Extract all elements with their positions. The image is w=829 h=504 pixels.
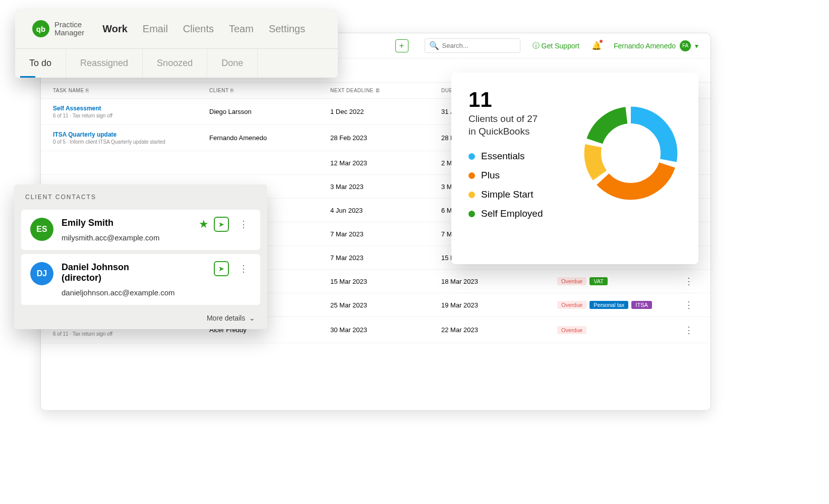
tag-itsa: ITSA: [631, 301, 652, 309]
row-menu[interactable]: ⋮: [679, 299, 698, 310]
contact-name: Daniel Johnson(director): [62, 262, 175, 283]
logo: qb PracticeManager: [32, 20, 84, 37]
avatar: ES: [30, 218, 53, 241]
cell-client: Diego Larsson: [209, 108, 330, 115]
nav-card: qb PracticeManager WorkEmailClientsTeamS…: [15, 9, 338, 78]
legend-dot: [468, 153, 475, 160]
contact-menu[interactable]: ⋮: [234, 219, 253, 230]
contact-item[interactable]: DJ Daniel Johnson(director) danieljohnso…: [21, 254, 260, 305]
legend-item: Self Employed: [468, 208, 570, 219]
legend-item: Plus: [468, 170, 570, 181]
search-input[interactable]: [442, 42, 516, 49]
contacts-title: CLIENT CONTACTS: [14, 184, 267, 206]
avatar: DJ: [30, 262, 53, 285]
cell-next: 25 Mar 2023: [330, 301, 441, 309]
cell-next: 12 Mar 2023: [330, 159, 441, 167]
cell-next: 28 Feb 2023: [330, 134, 441, 142]
send-icon[interactable]: ➤: [214, 217, 229, 232]
tab-done[interactable]: Done: [207, 49, 258, 78]
contacts-card: CLIENT CONTACTS ES Emily Smith milysmith…: [14, 184, 267, 329]
nav-team[interactable]: Team: [229, 23, 254, 35]
avatar: FA: [680, 40, 691, 51]
contact-name: Emily Smith: [62, 218, 159, 228]
cell-due: 19 Mar 2023: [441, 301, 557, 309]
contact-email: milysmith.acc@example.com: [62, 233, 159, 242]
legend-item: Essentials: [468, 151, 570, 162]
nav-settings[interactable]: Settings: [269, 23, 305, 35]
chart-number: 11: [468, 88, 570, 112]
donut-chart: [580, 103, 681, 204]
cell-next: 7 Mar 2023: [330, 254, 441, 262]
tag-overdue: Overdue: [557, 301, 586, 309]
cell-next: 3 Mar 2023: [330, 183, 441, 191]
search-icon: 🔍: [429, 41, 439, 50]
nav-email[interactable]: Email: [143, 23, 168, 35]
tab-snoozed[interactable]: Snoozed: [143, 49, 207, 78]
task-link[interactable]: Self Assessment: [53, 105, 209, 112]
cell-next: 4 Jun 2023: [330, 207, 441, 214]
tab-reassigned[interactable]: Reassigned: [66, 49, 143, 78]
search-wrap: 🔍: [425, 38, 520, 53]
th-client[interactable]: CLIENT ⎘: [209, 88, 330, 93]
th-next[interactable]: NEXT DEADLINE 🗓: [330, 88, 441, 93]
contact-item[interactable]: ES Emily Smith milysmith.acc@example.com…: [21, 210, 260, 250]
tab-to-do[interactable]: To do: [15, 49, 66, 78]
nav-clients[interactable]: Clients: [183, 23, 214, 35]
more-details[interactable]: More details ⌄: [14, 309, 267, 325]
nav-work[interactable]: Work: [102, 23, 128, 35]
cell-client: Fernando Amenedo: [209, 134, 330, 142]
cell-due: 18 Mar 2023: [441, 278, 557, 285]
chevron-down-icon: ▾: [695, 42, 698, 50]
support-link[interactable]: ⓘGet Support: [532, 41, 580, 50]
send-icon[interactable]: ➤: [214, 261, 229, 276]
legend-dot: [468, 172, 475, 179]
new-button[interactable]: +: [395, 39, 408, 52]
cell-next: 7 Mar 2023: [330, 230, 441, 238]
task-sub: 6 of 11 · Tax return sign off: [53, 113, 209, 118]
contact-email: danieljohnson.acc@example.com: [62, 288, 175, 297]
tag-overdue: Overdue: [557, 277, 586, 285]
legend-dot: [468, 192, 475, 198]
task-sub: 0 of 5 · Inform client ITSA Quarterly up…: [53, 139, 209, 145]
legend-dot: [468, 211, 475, 217]
task-link[interactable]: ITSA Quarterly update: [53, 131, 209, 138]
legend-item: Simple Start: [468, 189, 570, 200]
chart-subtitle: Clients out of 27in QuickBooks: [468, 113, 570, 138]
row-menu[interactable]: ⋮: [679, 276, 698, 287]
cell-due: 22 Mar 2023: [441, 326, 557, 334]
row-menu[interactable]: ⋮: [679, 325, 698, 336]
chart-card: 11 Clients out of 27in QuickBooks Essent…: [451, 73, 698, 264]
tag-overdue: Overdue: [557, 326, 586, 334]
star-icon[interactable]: ★: [199, 218, 209, 231]
qb-logo-icon: qb: [32, 20, 49, 37]
cell-next: 30 Mar 2023: [330, 326, 441, 334]
th-task[interactable]: TASK NAME ⎘: [53, 88, 209, 93]
tag-vat: VAT: [589, 277, 608, 285]
bell-icon[interactable]: 🔔: [591, 41, 602, 50]
tag-personal-tax: Personal tax: [589, 301, 628, 309]
contact-menu[interactable]: ⋮: [234, 263, 253, 274]
cell-next: 1 Dec 2022: [330, 108, 441, 115]
cell-next: 15 Mar 2023: [330, 278, 441, 285]
user-menu[interactable]: Fernando Amenedo FA ▾: [614, 40, 698, 51]
task-sub: 6 of 11 · Tax return sign off: [53, 331, 209, 337]
